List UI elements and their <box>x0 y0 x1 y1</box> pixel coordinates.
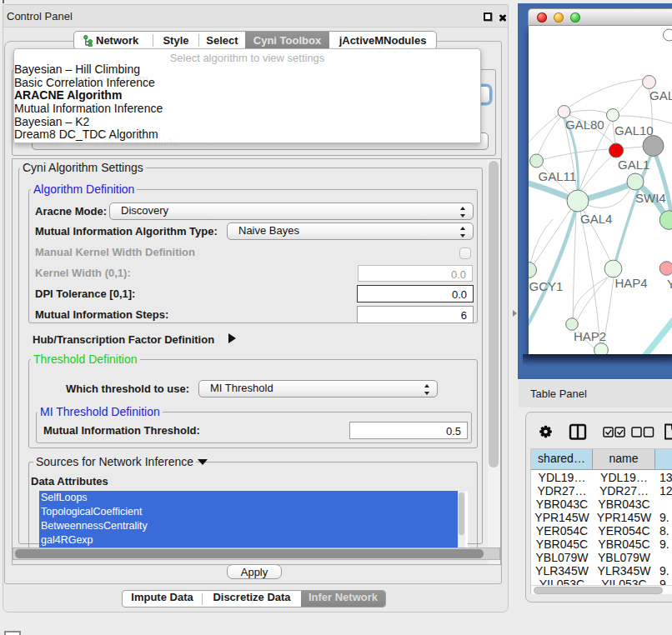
svg-text:HAP4: HAP4 <box>615 276 648 290</box>
svg-text:GAL1: GAL1 <box>618 158 649 172</box>
svg-text:GCY1: GCY1 <box>529 279 564 293</box>
svg-text:Y: Y <box>667 277 672 291</box>
svg-text:GAL2: GAL2 <box>649 88 672 102</box>
svg-text:GAL4: GAL4 <box>580 212 612 226</box>
svg-text:GAL10: GAL10 <box>614 123 654 138</box>
svg-text:SWI4: SWI4 <box>635 191 666 205</box>
svg-text:GAL11: GAL11 <box>539 169 577 183</box>
svg-text:GAL80: GAL80 <box>565 118 604 132</box>
svg-text:HAP2: HAP2 <box>574 329 606 343</box>
